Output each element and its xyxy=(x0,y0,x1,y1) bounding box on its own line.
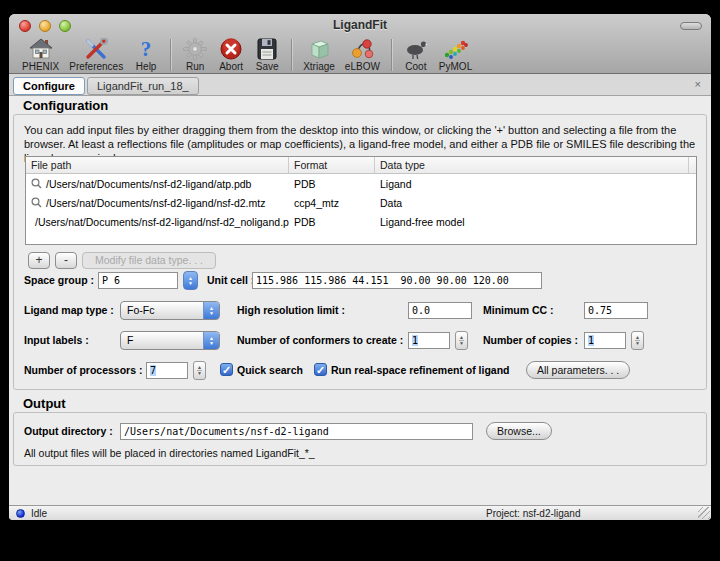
elbow-molecule-icon xyxy=(349,37,375,61)
format-cell: PDB xyxy=(289,216,375,228)
ligand-map-type-row: Ligand map type : Fo-Fc ▲▼ High resoluti… xyxy=(14,301,706,321)
modify-file-data-type-button: Modify file data type. . . xyxy=(82,252,216,269)
dropdown-arrows-icon: ▲▼ xyxy=(203,302,219,319)
minimum-cc-label: Minimum CC : xyxy=(483,301,554,320)
high-resolution-limit-field[interactable]: 0.0 xyxy=(408,302,472,319)
toolbar-label: Preferences xyxy=(69,61,123,72)
toolbar-button-elbow[interactable]: eLBOW xyxy=(340,37,385,72)
ligand-map-type-label: Ligand map type : xyxy=(24,301,114,320)
output-directory-row: Output directory : /Users/nat/Documents/… xyxy=(14,422,706,442)
output-directory-label: Output directory : xyxy=(24,422,113,441)
toolbar-label: eLBOW xyxy=(345,61,380,72)
all-parameters-button[interactable]: All parameters. . . xyxy=(526,361,630,379)
pymol-spheres-icon xyxy=(443,37,469,61)
toolbar-label: Xtriage xyxy=(303,61,335,72)
unit-cell-field[interactable]: 115.986 115.986 44.151 90.00 90.00 120.0… xyxy=(252,272,542,289)
toolbar-label: PyMOL xyxy=(439,61,472,72)
high-resolution-limit-label: High resolution limit : xyxy=(237,301,345,320)
abort-stop-icon xyxy=(218,37,244,61)
down-arrow-icon: ▼ xyxy=(635,340,640,346)
quick-search-checkbox[interactable]: ✓ xyxy=(220,363,233,376)
close-tab-icon[interactable]: × xyxy=(695,79,701,90)
toolbar-button-pymol[interactable]: PyMOL xyxy=(434,37,477,72)
toolbar-button-help[interactable]: ? Help xyxy=(128,37,164,72)
output-heading: Output xyxy=(23,396,66,411)
project-label: Project: nsf-d2-ligand xyxy=(486,508,581,519)
configure-panel: Configuration You can add input files by… xyxy=(9,96,711,505)
toolbar-separator xyxy=(170,39,171,71)
window-chrome: LigandFit PHENIX xyxy=(9,14,711,74)
zoom-window-button[interactable] xyxy=(59,20,71,32)
minimize-window-button[interactable] xyxy=(39,20,51,32)
toolbar-button-coot[interactable]: Coot xyxy=(398,37,434,72)
processors-field[interactable]: 7 xyxy=(146,362,188,379)
quick-search-label: Quick search xyxy=(237,361,303,380)
format-cell: PDB xyxy=(289,178,375,190)
copies-stepper[interactable]: ▲▼ xyxy=(631,331,644,350)
remove-file-button[interactable]: - xyxy=(55,252,77,269)
column-header-file-path[interactable]: File path xyxy=(26,157,289,173)
input-labels-dropdown[interactable]: F ▲▼ xyxy=(120,331,220,350)
processors-stepper[interactable]: ▲▼ xyxy=(193,361,206,380)
toolbar-label: Help xyxy=(136,61,157,72)
copies-field[interactable]: 1 xyxy=(584,332,626,349)
status-indicator-icon xyxy=(16,509,25,518)
unit-cell-label: Unit cell : xyxy=(207,271,254,290)
window-titlebar[interactable]: LigandFit xyxy=(9,14,711,36)
close-window-button[interactable] xyxy=(19,20,31,32)
processors-row: Number of processors : 7 ▲▼ ✓ Quick sear… xyxy=(14,361,706,381)
input-files-table[interactable]: File path Format Data type /Users/nat/Do… xyxy=(25,156,697,245)
space-group-stepper[interactable]: ▲▼ xyxy=(183,271,198,290)
configuration-heading: Configuration xyxy=(23,98,108,113)
browse-button[interactable]: Browse... xyxy=(486,422,552,440)
toolbar-toggle-button[interactable] xyxy=(680,22,702,30)
tab-ligandfit-run-18[interactable]: LigandFit_run_18_ xyxy=(87,77,199,95)
toolbar-label: Coot xyxy=(405,61,426,72)
coot-bird-icon xyxy=(403,37,429,61)
toolbar-button-abort[interactable]: Abort xyxy=(213,37,249,72)
data-type-cell: Data xyxy=(375,197,689,209)
rsr-checkbox[interactable]: ✓ xyxy=(314,363,327,376)
dropdown-arrows-icon: ▲▼ xyxy=(203,332,219,349)
toolbar-button-run[interactable]: Run xyxy=(177,37,213,72)
table-row[interactable]: /Users/nat/Documents/nsf-d2-ligand/atp.p… xyxy=(26,174,696,193)
down-arrow-icon: ▼ xyxy=(188,281,193,286)
table-row[interactable]: /Users/nat/Documents/nsf-d2-ligand/nsf-d… xyxy=(26,193,696,212)
file-path-cell: /Users/nat/Documents/nsf-d2-ligand/atp.p… xyxy=(46,178,251,190)
conformers-stepper[interactable]: ▲▼ xyxy=(455,331,468,350)
table-row[interactable]: /Users/nat/Documents/nsf-d2-ligand/nsf-d… xyxy=(26,212,696,231)
resize-grip[interactable] xyxy=(698,507,710,519)
preferences-tools-icon xyxy=(83,37,109,61)
configuration-groupbox: You can add input files by either draggi… xyxy=(13,114,707,390)
toolbar-label: PHENIX xyxy=(22,61,59,72)
toolbar-button-save[interactable]: Save xyxy=(249,37,285,72)
svg-text:?: ? xyxy=(141,38,152,60)
space-group-field[interactable]: P 6 xyxy=(98,272,178,289)
xtriage-crystal-icon xyxy=(306,37,332,61)
magnifier-icon xyxy=(31,178,42,189)
column-header-format[interactable]: Format xyxy=(289,157,375,173)
run-gear-icon xyxy=(182,37,208,61)
ligand-map-type-dropdown[interactable]: Fo-Fc ▲▼ xyxy=(120,301,220,320)
help-question-icon: ? xyxy=(133,37,159,61)
toolbar-button-xtriage[interactable]: Xtriage xyxy=(298,37,340,72)
toolbar-button-phenix[interactable]: PHENIX xyxy=(17,37,64,72)
conformers-field[interactable]: 1 xyxy=(408,332,450,349)
tab-label: Configure xyxy=(23,80,75,92)
tab-configure[interactable]: Configure xyxy=(13,77,85,95)
add-file-button[interactable]: + xyxy=(28,252,50,269)
column-header-data-type[interactable]: Data type xyxy=(375,157,689,173)
file-path-cell: /Users/nat/Documents/nsf-d2-ligand/nsf-d… xyxy=(46,197,265,209)
tab-bar: Configure LigandFit_run_18_ × xyxy=(9,74,711,96)
processors-label: Number of processors : xyxy=(24,361,142,380)
toolbar-button-preferences[interactable]: Preferences xyxy=(64,37,128,72)
data-type-cell: Ligand-free model xyxy=(375,216,689,228)
traffic-lights xyxy=(19,20,71,32)
input-labels-label: Input labels : xyxy=(24,331,89,350)
output-note-text: All output files will be placed in direc… xyxy=(24,447,315,459)
minimum-cc-field[interactable]: 0.75 xyxy=(584,302,648,319)
window-title: LigandFit xyxy=(9,14,711,36)
down-arrow-icon: ▼ xyxy=(197,370,202,376)
output-directory-field[interactable]: /Users/nat/Documents/nsf-d2-ligand xyxy=(120,423,473,440)
input-labels-row: Input labels : F ▲▼ Number of conformers… xyxy=(14,331,706,351)
